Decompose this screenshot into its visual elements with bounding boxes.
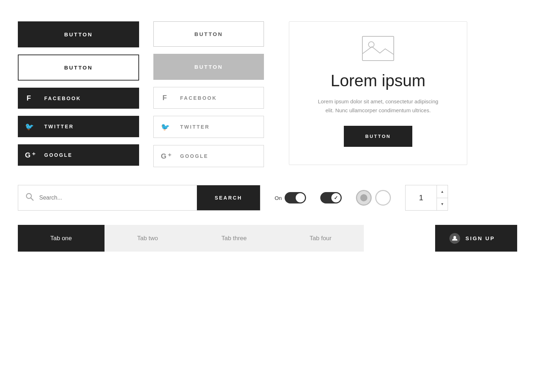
google-button-outline[interactable]: g⁺ GOOGLE (153, 145, 264, 167)
tab-three[interactable]: Tab three (191, 225, 277, 252)
tabs-bar: Tab one Tab two Tab three Tab four (18, 225, 364, 252)
number-spinner: 1 ▲ ▼ (405, 185, 448, 211)
twitter-button-outline[interactable]: 🐦 TWITTER (153, 116, 264, 138)
radio-inner-checked (360, 194, 367, 201)
search-input[interactable] (39, 195, 190, 201)
google-button-dark[interactable]: g⁺ GOOGLE (18, 144, 139, 166)
primary-button-outline[interactable]: BUTTON (153, 21, 264, 47)
primary-button-dark[interactable]: BUTTON (18, 21, 139, 47)
facebook-button-outline[interactable]: f FACEBOOK (153, 87, 264, 109)
svg-line-3 (31, 198, 34, 201)
svg-point-4 (453, 236, 456, 239)
twitter-button-dark[interactable]: 🐦 TWITTER (18, 116, 139, 137)
facebook-icon-outline: f (161, 94, 169, 102)
google-icon-outline: g⁺ (161, 152, 169, 160)
spinner-up-button[interactable]: ▲ (437, 185, 448, 198)
card-button[interactable]: BUTTON (344, 126, 412, 147)
facebook-icon: f (25, 94, 34, 102)
toggle-checked (320, 192, 342, 203)
toggle-on-track[interactable] (285, 192, 306, 203)
outline-button-dark[interactable]: BUTTON (18, 55, 139, 81)
toggle-on-label: On (275, 195, 282, 201)
radio-unchecked[interactable] (375, 190, 391, 206)
search-icon (25, 192, 34, 203)
search-button[interactable]: SEARCH (197, 185, 260, 210)
twitter-icon-outline: 🐦 (161, 123, 169, 131)
toggle-check-track[interactable] (320, 192, 342, 203)
card: Lorem ipsum Lorem ipsum dolor sit amet, … (289, 21, 467, 165)
spinner-value: 1 (406, 193, 437, 202)
card-description: Lorem ipsum dolor sit amet, consectetur … (317, 97, 439, 115)
tabs-section: Tab one Tab two Tab three Tab four SIGN … (18, 225, 517, 252)
facebook-button-dark[interactable]: f FACEBOOK (18, 88, 139, 109)
spinner-controls: ▲ ▼ (437, 185, 448, 210)
user-icon (449, 233, 460, 244)
svg-point-1 (368, 42, 374, 47)
search-bar: SEARCH (18, 185, 260, 211)
toggle-check-knob (331, 193, 341, 202)
tab-two[interactable]: Tab two (105, 225, 191, 252)
toggle-on-knob (296, 193, 305, 202)
spinner-down-button[interactable]: ▼ (437, 198, 448, 211)
radio-group (356, 190, 391, 206)
twitter-icon: 🐦 (25, 122, 34, 131)
google-icon: g⁺ (25, 151, 34, 159)
radio-checked[interactable] (356, 190, 372, 206)
card-title: Lorem ipsum (331, 72, 426, 90)
signup-label: SIGN UP (465, 235, 495, 241)
toggle-on-off: On (275, 192, 306, 203)
card-image-placeholder (362, 36, 394, 61)
disabled-button: BUTTON (153, 54, 264, 80)
tab-one[interactable]: Tab one (18, 225, 105, 252)
tab-four[interactable]: Tab four (277, 225, 364, 252)
signup-button[interactable]: SIGN UP (435, 225, 517, 252)
svg-rect-0 (362, 36, 394, 61)
